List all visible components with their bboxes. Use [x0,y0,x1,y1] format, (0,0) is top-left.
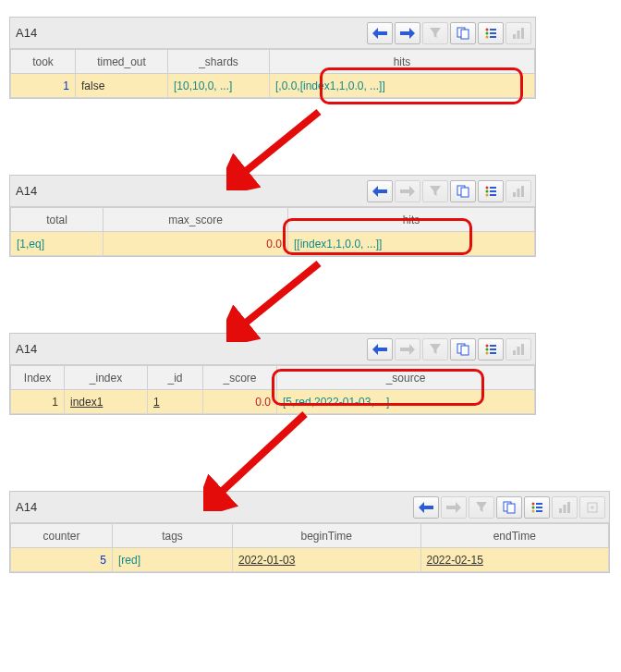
panel-head: A14 [10,176,535,207]
forward-button[interactable] [395,180,420,202]
svg-rect-10 [521,28,524,39]
panel-head: A14 [10,492,609,523]
cell-_id: 1 [148,390,203,414]
list-button[interactable] [524,496,550,519]
col-_index: _index [65,366,148,390]
col-begin-time: beginTime [233,524,421,548]
chart-button[interactable] [505,180,531,202]
result-table-4: counter tags beginTime endTime 5 [red] 2… [10,523,609,572]
cell-begin-time: 2022-01-03 [233,548,421,572]
col-hits: hits [270,50,535,74]
copy-button[interactable] [450,180,476,202]
copy-button[interactable] [450,338,476,360]
filter-button[interactable] [469,496,494,519]
col-_id: _id [148,366,203,390]
back-button[interactable] [413,496,439,519]
panel-head: A14 [10,18,535,49]
svg-rect-19 [513,192,516,197]
link-id[interactable]: 1 [153,396,160,409]
cell-_score: 0.0 [203,390,277,414]
table-row[interactable]: [1,eq] 0.0 [[index1,1,0.0, ...]] [11,232,535,256]
result-table-3: Index _index _id _score _source 1 index1… [10,365,535,414]
svg-point-26 [486,348,489,350]
list-button[interactable] [478,180,504,202]
cell-total: [1,eq] [11,232,104,256]
cell-took: 1 [11,74,76,98]
cell-index: 1 [11,390,65,414]
svg-rect-38 [536,507,542,508]
col-end-time: endTime [420,524,609,548]
spacer [9,268,612,333]
svg-point-39 [532,509,535,512]
result-table-1: took timed_out _shards hits 1 false [10,… [10,49,535,98]
svg-point-35 [532,502,535,505]
table-row[interactable]: 1 false [10,10,0, ...] [,0.0,[index1,1,0… [11,74,535,98]
forward-button[interactable] [441,496,467,519]
col-counter: counter [11,524,113,548]
forward-button[interactable] [395,22,420,44]
svg-rect-8 [513,34,516,39]
list-button[interactable] [478,338,504,360]
forward-button[interactable] [395,338,420,360]
svg-rect-16 [490,190,496,192]
filter-button[interactable] [422,180,448,202]
svg-rect-21 [521,186,524,197]
cell-end-time: 2022-02-15 [420,548,609,572]
svg-rect-30 [513,350,516,355]
chart-button[interactable] [505,338,531,360]
col-max-score: max_score [104,208,288,232]
back-button[interactable] [367,338,393,360]
svg-rect-23 [461,346,469,355]
chart-button[interactable] [552,496,578,519]
toolbar [367,338,531,360]
panel-title: A14 [16,184,37,198]
copy-button[interactable] [496,496,522,519]
panel-2: A14 total max_score hits [1,eq] 0.0 [[in… [9,175,536,257]
spacer [9,426,612,491]
svg-rect-25 [490,345,496,347]
panel-1: A14 took timed_out _shards hits 1 false [9,17,536,99]
svg-rect-3 [490,29,496,31]
toolbar [367,22,531,44]
svg-rect-34 [507,504,515,513]
svg-rect-31 [518,347,520,355]
svg-rect-1 [461,30,469,39]
table-row[interactable]: 1 index1 1 0.0 [5,red,2022-01-03, ...] [11,390,535,414]
svg-point-37 [532,506,535,508]
cell-hits[interactable]: [[index1,1,0.0, ...]] [288,232,535,256]
link-begin[interactable]: 2022-01-03 [238,554,295,567]
svg-rect-40 [536,510,542,512]
col-total: total [11,208,104,232]
cell-_source[interactable]: [5,red,2022-01-03, ...] [277,390,535,414]
export-button[interactable] [579,496,605,519]
svg-point-28 [486,351,489,354]
col-_source: _source [277,366,535,390]
filter-button[interactable] [422,22,448,44]
panel-3: A14 Index _index _id _score _source 1 [9,333,536,415]
link-end[interactable]: 2022-02-15 [427,554,483,567]
svg-rect-9 [518,31,520,39]
back-button[interactable] [367,180,393,202]
link-index[interactable]: index1 [70,396,103,409]
panel-head: A14 [10,334,535,365]
toolbar [413,496,605,519]
svg-rect-12 [461,188,469,197]
svg-rect-29 [490,352,496,354]
copy-button[interactable] [450,22,476,44]
panel-title: A14 [16,500,37,514]
panel-title: A14 [16,342,37,356]
cell-hits[interactable]: [,0.0,[index1,1,0.0, ...]] [270,74,535,98]
result-table-2: total max_score hits [1,eq] 0.0 [[index1… [10,207,535,256]
filter-button[interactable] [422,338,448,360]
back-button[interactable] [367,22,393,44]
table-row[interactable]: 5 [red] 2022-01-03 2022-02-15 [11,548,609,572]
svg-rect-43 [567,502,570,513]
chart-button[interactable] [505,22,531,44]
svg-point-24 [486,344,489,347]
list-button[interactable] [478,22,504,44]
svg-point-13 [486,186,489,189]
col-hits: hits [288,208,535,232]
cell-tags: [red] [113,548,233,572]
svg-rect-18 [490,194,496,196]
svg-rect-32 [521,344,524,355]
